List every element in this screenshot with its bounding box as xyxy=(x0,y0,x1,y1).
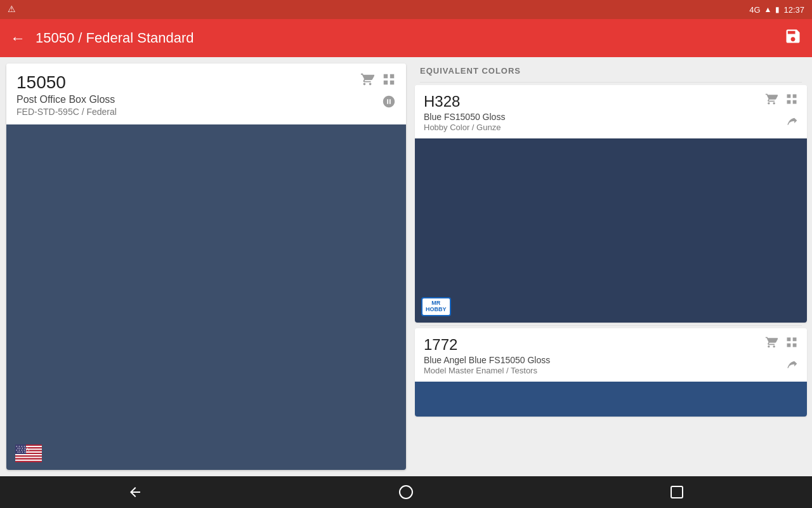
equiv-1772-icons xyxy=(765,336,798,373)
h328-cart-icon[interactable] xyxy=(765,93,778,109)
1772-icon-row-top xyxy=(765,336,798,352)
1772-color-swatch xyxy=(415,382,807,417)
nav-recents-button[interactable] xyxy=(669,485,684,500)
main-color-swatch: ★ ★ ★ ★ ★ ★ ★ ★ ★ ★ ★ ★ ★ ★ ★ ★ ★ ★ ★ ★ … xyxy=(6,124,406,470)
divider-top xyxy=(420,82,802,83)
svg-rect-10 xyxy=(15,458,42,460)
status-bar: ⚠ 4G ▲ ▮ 12:37 xyxy=(0,0,812,19)
toolbar-save-icon[interactable] xyxy=(784,27,802,49)
equiv-card-1772: 1772 Blue Angel Blue FS15050 Gloss Model… xyxy=(415,328,807,417)
equivalent-colors-header: EQUIVALENT COLORS xyxy=(415,57,807,82)
svg-rect-11 xyxy=(15,460,42,461)
warning-icon: ⚠ xyxy=(8,4,16,14)
main-content: 15050 Post Office Box Gloss FED-STD-595C… xyxy=(0,57,812,476)
svg-rect-7 xyxy=(15,454,42,455)
h328-grid-icon[interactable] xyxy=(785,93,798,109)
equiv-1772-standard: Model Master Enamel / Testors xyxy=(424,366,798,375)
equiv-h328-name: Blue FS15050 Gloss xyxy=(424,112,798,122)
nav-home-button[interactable] xyxy=(398,485,414,500)
bottom-nav xyxy=(0,476,812,508)
equiv-h328-icons xyxy=(765,93,798,130)
svg-text:★ ★ ★ ★ ★: ★ ★ ★ ★ ★ xyxy=(17,451,29,453)
signal-text: 4G xyxy=(749,5,760,15)
svg-rect-8 xyxy=(15,455,42,457)
status-icons: 4G ▲ ▮ 12:37 xyxy=(749,5,804,15)
equiv-h328-header: H328 Blue FS15050 Gloss Hobby Color / Gu… xyxy=(415,85,807,138)
color-standard: FED-STD-595C / Federal xyxy=(16,107,396,117)
equiv-1772-number: 1772 xyxy=(424,336,798,354)
h328-color-swatch: MR HOBBY xyxy=(415,138,807,323)
mix-icon[interactable] xyxy=(382,95,396,112)
equiv-h328-standard: Hobby Color / Gunze xyxy=(424,123,798,132)
svg-rect-9 xyxy=(15,457,42,458)
toolbar-left: ← 15050 / Federal Standard xyxy=(10,29,194,47)
1772-cart-icon[interactable] xyxy=(765,336,778,352)
mr-badge-hobby-text: HOBBY xyxy=(426,307,447,313)
left-header-icons xyxy=(360,72,396,112)
right-panel: EQUIVALENT COLORS H328 Blue FS15050 Glos… xyxy=(412,57,812,476)
h328-icon-row-bottom xyxy=(785,114,798,130)
h328-mix-icon[interactable] xyxy=(785,114,798,130)
equiv-1772-header: 1772 Blue Angel Blue FS15050 Gloss Model… xyxy=(415,328,807,382)
us-flag-icon: ★ ★ ★ ★ ★ ★ ★ ★ ★ ★ ★ ★ ★ ★ ★ ★ ★ ★ ★ ★ … xyxy=(15,444,42,462)
equiv-h328-number: H328 xyxy=(424,93,798,110)
svg-rect-19 xyxy=(671,486,683,498)
divider-mid xyxy=(420,325,802,326)
equiv-1772-name: Blue Angel Blue FS15050 Gloss xyxy=(424,355,798,365)
grid-icon[interactable] xyxy=(382,72,396,90)
battery-icon: ▮ xyxy=(775,5,780,14)
signal-bars-icon: ▲ xyxy=(764,5,772,14)
icon-row-top xyxy=(360,72,396,90)
mr-hobby-badge: MR HOBBY xyxy=(421,297,451,316)
back-button[interactable]: ← xyxy=(10,29,25,47)
left-panel-header: 15050 Post Office Box Gloss FED-STD-595C… xyxy=(6,64,406,124)
cart-icon[interactable] xyxy=(360,72,374,90)
1772-grid-icon[interactable] xyxy=(785,336,798,352)
1772-mix-icon[interactable] xyxy=(785,357,798,373)
svg-point-18 xyxy=(400,486,412,498)
nav-back-button[interactable] xyxy=(128,485,143,500)
h328-icon-row-top xyxy=(765,93,798,109)
color-number: 15050 xyxy=(16,72,396,93)
left-panel: 15050 Post Office Box Gloss FED-STD-595C… xyxy=(6,64,406,470)
time-display: 12:37 xyxy=(783,5,804,15)
1772-icon-row-bottom xyxy=(785,357,798,373)
svg-rect-12 xyxy=(15,461,42,462)
color-name: Post Office Box Gloss xyxy=(16,94,396,105)
icon-row-bottom xyxy=(382,95,396,112)
toolbar: ← 15050 / Federal Standard xyxy=(0,19,812,57)
equiv-card-h328: H328 Blue FS15050 Gloss Hobby Color / Gu… xyxy=(415,85,807,323)
page-title: 15050 / Federal Standard xyxy=(36,30,194,46)
